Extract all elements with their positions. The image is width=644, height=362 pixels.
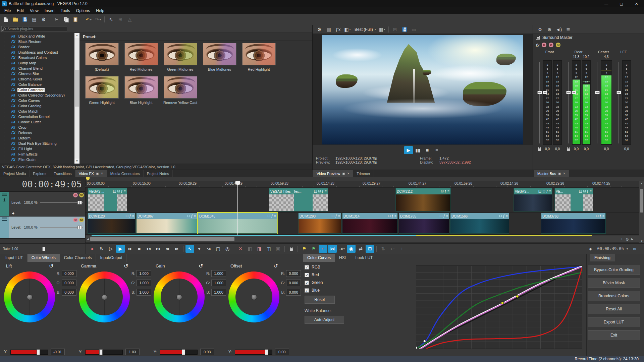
mute-icon[interactable]: ⊘ [549,43,553,47]
preview-play-button[interactable]: ▶ [404,146,413,154]
auto-crossfade-button[interactable]: ⋈ [328,245,337,253]
fx-plugin-item[interactable]: FXChroma Keyer [0,76,74,82]
checkbox-rgb[interactable]: ✓ [305,265,309,269]
envelope-edit-tool-button[interactable]: ↝ [204,245,213,253]
dim-output-button[interactable]: ◄) [554,25,563,34]
preset-item[interactable]: Remove Yellow Cast [161,76,200,105]
close-button[interactable]: ✕ [629,0,644,7]
restore-icon[interactable]: ▣ [558,172,561,175]
menu-icon[interactable]: ≡ [194,215,196,218]
offset-y-slider[interactable] [235,350,272,355]
lift-y-handle[interactable] [37,349,40,355]
gain-r-value[interactable]: 1.000 [211,270,226,277]
preview-settings-button[interactable]: ⚙ [315,25,324,34]
restore-icon[interactable]: ▣ [96,172,99,175]
gamma-y-handle[interactable] [99,349,103,355]
tab-transitions[interactable]: Transitions [50,170,75,177]
crop-icon[interactable]: ⊡ [583,190,586,193]
fx-icon[interactable]: ƒ [335,215,337,218]
fx-plugin-item[interactable]: FXBlack Restore [0,39,74,44]
downmix-output-button[interactable]: ⊕ [545,25,554,34]
fx-plugin-item[interactable]: FXDefocus [0,130,74,135]
edit-tool-dropdown-button[interactable]: ▾ [195,245,204,253]
tab-input-output[interactable]: Input/Output [96,254,126,262]
time-format-dropdown-icon[interactable]: ▾ [627,247,628,250]
vscroll-thumb[interactable] [640,189,643,213]
preview-menu-button[interactable]: ≡ [432,146,441,154]
delete-button[interactable]: ✕ [236,245,245,253]
insert-marker-button[interactable]: ⚑ [309,245,318,253]
fx-list-scrollbar[interactable]: ▲ ▼ [74,33,79,164]
timeline-clip[interactable]: DCIM1867⊡ƒ≡ [136,213,197,234]
fx-icon[interactable]: ƒ [271,215,273,218]
next-frame-button[interactable]: ▮▶ [172,245,181,253]
go-to-end-button[interactable]: ▶▮ [154,245,162,253]
level-slider-handle[interactable] [77,201,82,204]
split-events-button[interactable]: ◫ [264,245,273,253]
fader-value[interactable]: 0,0 [543,147,552,151]
offset-r-value[interactable]: 0.000 [286,270,301,277]
preview-stop-button[interactable]: ■ [423,146,432,154]
solo-button[interactable]: S! [79,193,84,197]
level-slider[interactable] [40,227,83,228]
bus-fader[interactable] [566,60,571,145]
video-track-2[interactable]: DCIM1120⊡ƒ≡DCIM1867⊡ƒ≡DCIM1845⊡ƒ≡DCIM129… [86,213,644,235]
b-zier-mask-button[interactable]: Bézier Mask [588,278,640,288]
media-icon[interactable]: ▤ [538,190,541,193]
timecode-display[interactable]: 00:00:49:05 [0,177,85,192]
gain-color-wheel[interactable] [154,272,205,322]
lift-b-value[interactable]: 0.000 [62,289,76,296]
level-value[interactable]: 100,0 % [24,200,37,204]
tab-trimmer[interactable]: Trimmer [353,170,374,177]
gamma-color-wheel[interactable] [79,272,130,322]
gamma-b-value[interactable]: 1.000 [137,289,151,296]
color-curves-chart[interactable] [416,265,582,349]
channel-rgb[interactable]: ✓RGB [305,265,348,269]
menu-icon[interactable]: ≡ [549,190,551,193]
video-overlays-button[interactable]: ▤ [324,25,333,34]
menu-help[interactable]: Help [93,8,107,14]
go-to-start-button[interactable]: ▮◀ [144,245,153,253]
fx-icon[interactable]: ƒ [191,215,193,218]
menu-icon[interactable]: ≡ [446,215,448,218]
min​imize-button[interactable]: — [599,0,614,7]
mute-button[interactable]: ⊘ [73,218,78,222]
enable-snapping-button[interactable]: ∩ [319,245,327,253]
timeline-options-icon[interactable]: ⊞ [630,245,639,253]
reset-all-button[interactable]: Reset All [588,304,640,314]
menu-file[interactable]: File [1,8,14,14]
timeline-clip[interactable]: DCIM1765⊡ƒ≡ [399,213,449,234]
offset-wheel-puck[interactable] [251,294,257,300]
overlay-grid-button[interactable]: ▦▾ [378,25,386,34]
marker-bar[interactable] [86,177,644,181]
normal-edit-tool-button[interactable]: ↖ [185,245,194,253]
solo-button[interactable]: S! [79,218,84,222]
tab-video-fx[interactable]: Video FX▣✕ [75,170,107,177]
fx-plugin-item[interactable]: FXBrightness and Contrast [0,50,74,55]
plugin-search-box[interactable] [1,26,67,32]
fader-handle[interactable] [537,91,542,94]
gain-b-value[interactable]: 1.000 [211,289,226,296]
timeline-clip[interactable]: DCIM3768⊡ƒ≡ [541,213,606,234]
fx-icon[interactable]: ƒ [322,190,324,193]
tab-project-media[interactable]: Project Media [0,170,30,177]
scroll-up-icon[interactable]: ▲ [639,181,644,186]
tab-input-lut[interactable]: Input LUT [1,254,28,262]
fx-plugin-item[interactable]: FXBump Map [0,60,74,66]
tab-look-lut[interactable]: Look LUT [351,254,377,262]
rate-slider-handle[interactable] [42,247,45,251]
preset-item[interactable]: Green Midtones [161,43,200,71]
fx-plugin-item[interactable]: FXChroma Blur [0,71,74,76]
gain-g-value[interactable]: 1.000 [211,280,226,286]
gain-reset-button[interactable]: ↺ [199,263,203,269]
zoom-out-button[interactable]: − [614,236,619,242]
fader-handle[interactable] [572,91,576,94]
render-as-button[interactable]: ▤ [30,15,39,23]
fx-icon[interactable]: ƒ [392,215,394,218]
crop-icon[interactable]: ⊡ [187,215,190,218]
offset-b-value[interactable]: 0.000 [286,289,301,296]
checkbox-green[interactable]: ✓ [305,281,309,285]
tab-project-notes[interactable]: Project Notes [144,170,173,177]
crop-icon[interactable]: ⊡ [499,215,502,218]
scroll-down-icon[interactable]: ▼ [639,239,644,243]
